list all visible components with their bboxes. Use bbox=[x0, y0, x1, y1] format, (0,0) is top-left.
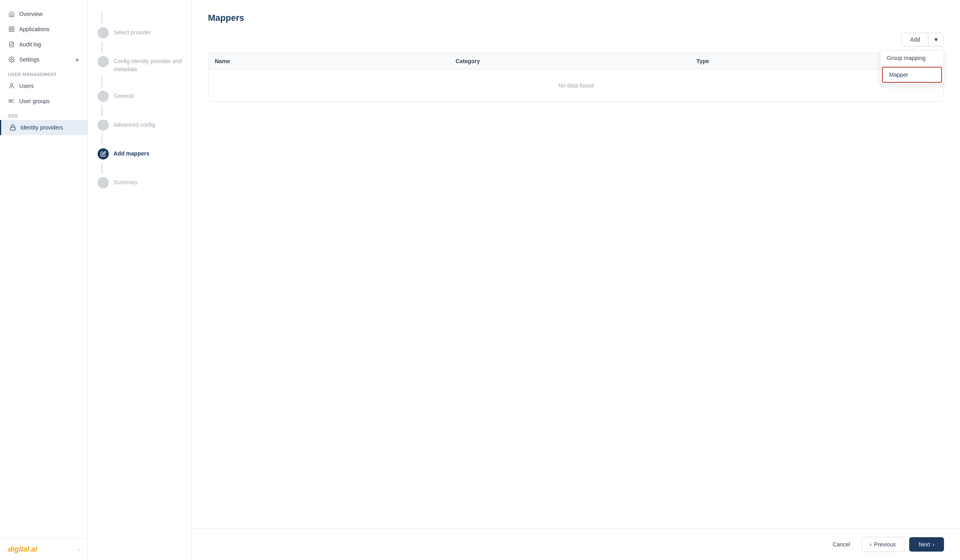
wizard-step-select-provider[interactable]: Select provider bbox=[88, 24, 192, 42]
cancel-button[interactable]: Cancel bbox=[826, 538, 857, 551]
svg-rect-10 bbox=[10, 127, 15, 130]
wizard-step-advanced-config[interactable]: Advanced config bbox=[88, 116, 192, 134]
sidebar-bottom: digital.ai ‹ bbox=[0, 538, 88, 560]
user-management-section-label: USER MANAGEMENT bbox=[0, 67, 88, 78]
collapse-sidebar-button[interactable]: ‹ bbox=[78, 546, 80, 553]
table-header: Name Category Type bbox=[208, 53, 944, 70]
step-circle-general bbox=[98, 91, 109, 102]
wizard-step-config-identity[interactable]: Config identity provider and metadata bbox=[88, 53, 192, 76]
svg-rect-9 bbox=[11, 100, 12, 102]
wizard-step-general[interactable]: General bbox=[88, 88, 192, 105]
step-label-general: General bbox=[114, 91, 134, 100]
svg-rect-0 bbox=[9, 27, 11, 29]
sidebar-item-label: Identity providers bbox=[20, 124, 63, 131]
chevron-right-icon: ▶ bbox=[76, 57, 80, 62]
sidebar-item-label: User groups bbox=[19, 98, 50, 104]
table-col-name: Name bbox=[215, 58, 456, 64]
sidebar-item-label: Audit log bbox=[19, 41, 41, 48]
content-area: Mappers Add ▼ Group mapping Mapper Name … bbox=[192, 0, 960, 528]
step-circle-advanced-config bbox=[98, 120, 109, 131]
file-icon bbox=[8, 41, 15, 48]
sidebar-item-label: Applications bbox=[19, 26, 50, 32]
step-label-config-identity: Config identity provider and metadata bbox=[114, 56, 182, 73]
step-label-summary: Summary bbox=[114, 177, 138, 187]
add-dropdown-menu: Group mapping Mapper bbox=[880, 50, 944, 85]
sidebar-item-applications[interactable]: Applications bbox=[0, 22, 88, 37]
sidebar-item-identity-providers[interactable]: Identity providers bbox=[0, 120, 88, 135]
svg-rect-8 bbox=[9, 100, 10, 102]
add-button-group: Add ▼ Group mapping Mapper bbox=[208, 33, 944, 46]
sidebar-item-audit-log[interactable]: Audit log bbox=[0, 37, 88, 52]
next-button[interactable]: Next › bbox=[909, 537, 944, 552]
mappers-table: Name Category Type No data found bbox=[208, 53, 944, 102]
previous-button[interactable]: ‹ Previous bbox=[861, 537, 904, 552]
chevron-left-icon: ‹ bbox=[870, 541, 872, 548]
svg-point-6 bbox=[11, 59, 12, 60]
step-connector bbox=[102, 13, 102, 24]
add-button-container: Add ▼ bbox=[902, 33, 944, 46]
logo: digital.ai bbox=[8, 545, 37, 554]
step-circle-add-mappers bbox=[98, 148, 109, 159]
dropdown-item-group-mapping[interactable]: Group mapping bbox=[880, 51, 944, 65]
sidebar: Overview Applications Audit log Settings… bbox=[0, 0, 88, 560]
page-title: Mappers bbox=[208, 13, 944, 23]
step-connector bbox=[102, 134, 102, 145]
step-label-add-mappers: Add mappers bbox=[114, 148, 149, 158]
wizard-step-add-mappers[interactable]: Add mappers bbox=[88, 145, 192, 163]
home-icon bbox=[8, 10, 15, 18]
sidebar-item-label: Overview bbox=[19, 11, 42, 17]
sidebar-item-overview[interactable]: Overview bbox=[0, 6, 88, 22]
step-label-advanced-config: Advanced config bbox=[114, 120, 155, 129]
sidebar-item-label: Users bbox=[19, 83, 34, 89]
main-content: Mappers Add ▼ Group mapping Mapper Name … bbox=[192, 0, 960, 560]
add-dropdown-toggle[interactable]: ▼ bbox=[928, 33, 944, 46]
add-button[interactable]: Add bbox=[902, 33, 928, 46]
step-circle-summary bbox=[98, 177, 109, 188]
wizard-step-summary[interactable]: Summary bbox=[88, 174, 192, 191]
svg-rect-3 bbox=[12, 30, 14, 32]
chevron-right-icon: › bbox=[932, 541, 934, 548]
sidebar-item-user-groups[interactable]: User groups bbox=[0, 94, 88, 109]
chevron-down-icon: ▼ bbox=[933, 36, 939, 43]
svg-rect-2 bbox=[9, 30, 11, 32]
table-col-category: Category bbox=[456, 58, 696, 64]
step-circle-select-provider bbox=[98, 27, 109, 38]
group-icon bbox=[8, 98, 15, 105]
gear-icon bbox=[8, 56, 15, 63]
step-connector bbox=[102, 105, 102, 116]
user-icon bbox=[8, 82, 15, 90]
sidebar-item-users[interactable]: Users bbox=[0, 78, 88, 94]
dropdown-item-mapper[interactable]: Mapper bbox=[882, 67, 942, 83]
step-connector bbox=[102, 42, 102, 53]
step-connector bbox=[102, 163, 102, 174]
step-connector bbox=[102, 76, 102, 88]
wizard-panel: Select provider Config identity provider… bbox=[88, 0, 192, 560]
svg-rect-1 bbox=[12, 27, 14, 29]
sidebar-item-settings[interactable]: Settings ▶ bbox=[0, 52, 88, 67]
table-empty-state: No data found bbox=[208, 70, 944, 102]
svg-point-7 bbox=[10, 84, 12, 86]
sidebar-nav: Overview Applications Audit log Settings… bbox=[0, 0, 88, 538]
grid-icon bbox=[8, 26, 15, 33]
content-footer: Cancel ‹ Previous Next › bbox=[192, 528, 960, 560]
step-circle-config-identity bbox=[98, 56, 109, 67]
sidebar-item-label: Settings bbox=[19, 56, 40, 63]
lock-icon bbox=[9, 124, 16, 131]
step-label-select-provider: Select provider bbox=[114, 27, 151, 37]
sso-section-label: SSO bbox=[0, 109, 88, 120]
